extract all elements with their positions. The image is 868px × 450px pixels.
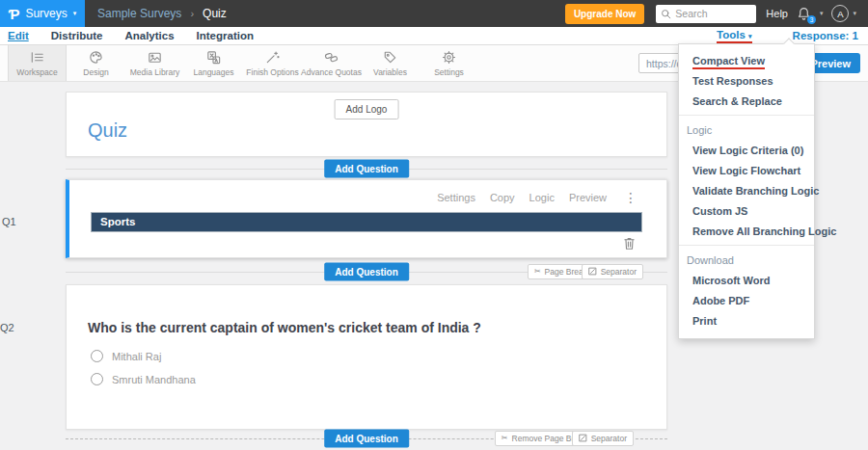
proprofs-logo-icon: Ƥ xyxy=(9,6,20,22)
question-card-q2: Who is the current captain of women's cr… xyxy=(66,284,667,430)
menu-divider xyxy=(679,245,814,246)
palette-icon xyxy=(88,49,104,66)
tool-finish-options[interactable]: Finish Options xyxy=(243,45,302,81)
menu-item-adobe-pdf[interactable]: Adobe PDF xyxy=(679,290,814,310)
radio-button[interactable] xyxy=(91,373,103,385)
chevron-down-icon: ▾ xyxy=(820,10,824,17)
product-label: Surveys xyxy=(25,7,67,20)
tool-media-library[interactable]: Media Library xyxy=(125,45,184,81)
tag-icon xyxy=(382,49,398,66)
search-icon xyxy=(661,9,671,19)
separator-button[interactable]: Separator xyxy=(582,264,643,279)
group-header-field[interactable]: Sports xyxy=(91,212,642,232)
tab-edit[interactable]: Edit xyxy=(8,30,29,41)
separator-icon xyxy=(579,434,587,442)
trash-icon xyxy=(623,236,636,251)
menu-section-download: Download xyxy=(679,250,814,270)
menu-divider xyxy=(679,115,814,116)
breadcrumb: Sample Surveys › Quiz xyxy=(97,7,227,20)
workspace-list-icon xyxy=(29,49,45,66)
notification-badge: 3 xyxy=(807,15,816,24)
tool-variables[interactable]: Variables xyxy=(361,45,420,81)
menu-item-view-logic-criteria[interactable]: View Logic Criteria (0) xyxy=(679,140,814,160)
tool-advance-quotas[interactable]: Advance Quotas xyxy=(302,45,361,81)
scissors-icon: ✂ xyxy=(534,267,541,276)
product-switcher[interactable]: Ƥ Surveys ▾ xyxy=(0,0,85,27)
question-divider: Add Question xyxy=(66,157,667,179)
search-box[interactable] xyxy=(656,5,756,23)
page-break-divider: Add Question ✂ Remove Page Break Separat… xyxy=(66,430,667,446)
survey-title[interactable]: Quiz xyxy=(88,119,127,142)
chevron-down-icon: ▾ xyxy=(853,10,856,17)
chain-links-icon xyxy=(323,49,339,66)
radio-button[interactable] xyxy=(91,350,103,362)
question-preview-link[interactable]: Preview xyxy=(569,192,607,203)
tab-integration[interactable]: Integration xyxy=(197,30,254,41)
question-actions: Settings Copy Logic Preview ⋮ xyxy=(437,192,637,203)
avatar-initial: A xyxy=(837,9,843,19)
chevron-down-icon: ▾ xyxy=(73,10,77,17)
scissors-icon: ✂ xyxy=(502,434,508,442)
menu-item-compact-view[interactable]: Compact View xyxy=(679,50,814,70)
tools-menu-button[interactable]: Tools ▾ xyxy=(717,29,752,43)
question-number-q2: Q2 xyxy=(0,322,14,333)
menu-item-test-responses[interactable]: Test Responses xyxy=(679,70,814,91)
menu-section-logic: Logic xyxy=(679,119,814,140)
search-input[interactable] xyxy=(675,8,751,19)
menu-item-search-replace[interactable]: Search & Replace xyxy=(679,91,814,111)
tool-settings[interactable]: Settings xyxy=(420,45,478,81)
option-label[interactable]: Mithali Raj xyxy=(112,351,161,362)
question-number-q1: Q1 xyxy=(2,216,16,227)
add-logo-button[interactable]: Add Logo xyxy=(335,99,399,119)
gear-icon xyxy=(441,49,457,66)
tab-analytics[interactable]: Analytics xyxy=(124,30,174,41)
help-link[interactable]: Help xyxy=(766,8,788,19)
answer-option: Smruti Mandhana xyxy=(91,373,196,385)
separator-button[interactable]: Separator xyxy=(572,431,634,446)
top-bar: Ƥ Surveys ▾ Sample Surveys › Quiz Upgrad… xyxy=(0,0,868,27)
add-question-button[interactable]: Add Question xyxy=(324,429,409,447)
add-question-button[interactable]: Add Question xyxy=(324,262,409,280)
survey-header-card: Add Logo Quiz xyxy=(66,92,667,157)
menu-item-custom-js[interactable]: Custom JS xyxy=(679,200,814,221)
question-card-q1: Settings Copy Logic Preview ⋮ Sports xyxy=(66,179,667,258)
menu-item-print[interactable]: Print xyxy=(679,310,814,331)
upgrade-now-button[interactable]: Upgrade Now xyxy=(565,4,644,24)
survey-builder-app: Ƥ Surveys ▾ Sample Surveys › Quiz Upgrad… xyxy=(0,0,868,450)
topbar-right: Upgrade Now Help 3 ▾ A ▾ xyxy=(565,4,868,24)
translate-icon xyxy=(205,49,222,66)
answer-option: Mithali Raj xyxy=(91,350,161,362)
question-settings-link[interactable]: Settings xyxy=(437,192,475,203)
add-question-button[interactable]: Add Question xyxy=(324,159,409,177)
question-divider: Add Question ✂ Page Break Separator xyxy=(66,258,667,284)
notifications-button[interactable]: 3 xyxy=(797,6,813,22)
question-logic-link[interactable]: Logic xyxy=(529,192,555,203)
menu-item-remove-all-branching-logic[interactable]: Remove All Branching Logic xyxy=(679,221,814,241)
tools-dropdown-menu: Compact View Test Responses Search & Rep… xyxy=(678,43,815,339)
menu-item-microsoft-word[interactable]: Microsoft Word xyxy=(679,270,814,290)
tab-distribute[interactable]: Distribute xyxy=(51,30,103,41)
kebab-menu-icon[interactable]: ⋮ xyxy=(624,193,637,202)
breadcrumb-parent[interactable]: Sample Surveys xyxy=(97,7,181,20)
breadcrumb-current: Quiz xyxy=(203,7,227,20)
delete-question-button[interactable] xyxy=(623,236,636,254)
chevron-down-icon: ▾ xyxy=(748,33,752,40)
option-label[interactable]: Smruti Mandhana xyxy=(112,374,196,385)
question-text[interactable]: Who is the current captain of women's cr… xyxy=(88,320,481,335)
wand-icon xyxy=(264,49,281,66)
tool-workspace[interactable]: Workspace xyxy=(8,45,67,81)
tool-languages[interactable]: Languages xyxy=(184,45,243,81)
tool-design[interactable]: Design xyxy=(67,45,125,81)
response-count-link[interactable]: Response: 1 xyxy=(793,30,858,41)
image-icon xyxy=(147,49,163,66)
breadcrumb-separator-icon: › xyxy=(190,8,194,19)
nav-left: Edit Distribute Analytics Integration xyxy=(0,30,254,41)
question-copy-link[interactable]: Copy xyxy=(490,192,515,203)
menu-item-view-logic-flowchart[interactable]: View Logic Flowchart xyxy=(679,160,814,180)
menu-item-validate-branching-logic[interactable]: Validate Branching Logic xyxy=(679,180,814,200)
avatar[interactable]: A xyxy=(831,5,849,22)
separator-icon xyxy=(588,267,597,276)
